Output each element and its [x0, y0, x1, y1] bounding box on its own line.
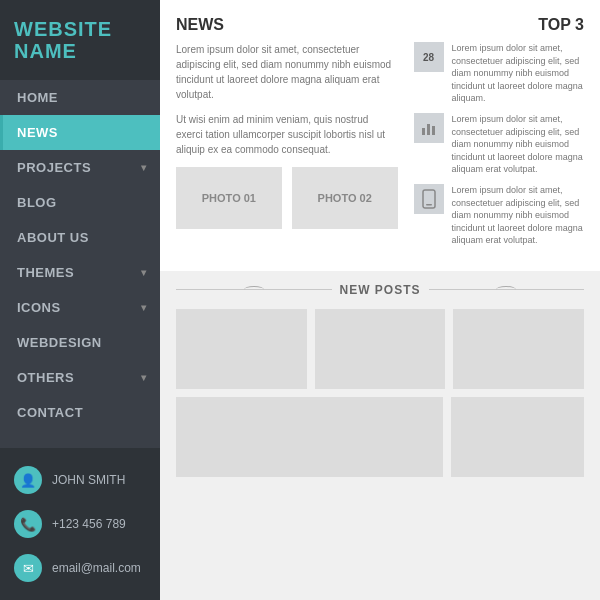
post-box-wide [176, 397, 443, 477]
email-info[interactable]: ✉ email@mail.com [0, 546, 160, 590]
user-name: JOHN SMITH [52, 473, 125, 487]
top3-text-2: Lorem ipsum dolor sit amet, consectetuer… [452, 113, 584, 176]
chevron-icon: ▾ [141, 162, 147, 173]
mobile-icon [414, 184, 444, 214]
chart-icon [414, 113, 444, 143]
news-section: NEWS Lorem ipsum dolor sit amet, consect… [160, 0, 600, 271]
logo-area: WEBSITE NAME [0, 0, 160, 80]
top3-title: TOP 3 [414, 16, 584, 34]
news-sub-body: Ut wisi enim ad minim veniam, quis nostr… [176, 112, 398, 157]
main-content: NEWS Lorem ipsum dolor sit amet, consect… [160, 0, 600, 600]
news-body: Lorem ipsum dolor sit amet, consectetuer… [176, 42, 398, 102]
news-title: NEWS [176, 16, 398, 34]
divider-left [176, 289, 332, 290]
posts-grid-top [176, 309, 584, 389]
user-icon: 👤 [14, 466, 42, 494]
news-left: NEWS Lorem ipsum dolor sit amet, consect… [176, 16, 398, 255]
post-box-3 [453, 309, 584, 389]
chevron-icon: ▾ [141, 267, 147, 278]
photo-row: PHOTO 01 PHOTO 02 [176, 167, 398, 229]
nav-item-themes[interactable]: THEMES ▾ [0, 255, 160, 290]
top3-section: TOP 3 28 Lorem ipsum dolor sit amet, con… [414, 16, 584, 255]
nav-item-about[interactable]: ABOUT US [0, 220, 160, 255]
phone-icon: 📞 [14, 510, 42, 538]
post-box-1 [176, 309, 307, 389]
post-box-2 [315, 309, 446, 389]
email-icon: ✉ [14, 554, 42, 582]
top3-text-3: Lorem ipsum dolor sit amet, consectetuer… [452, 184, 584, 247]
new-posts-header: NEW POSTS [176, 283, 584, 297]
nav-item-contact[interactable]: CONTACT [0, 395, 160, 430]
nav-item-webdesign[interactable]: WEBDESIGN [0, 325, 160, 360]
nav-item-blog[interactable]: BLOG [0, 185, 160, 220]
new-posts-section: NEW POSTS [160, 271, 600, 489]
nav-item-others[interactable]: OTHERS ▾ [0, 360, 160, 395]
top3-text-1: Lorem ipsum dolor sit amet, consectetuer… [452, 42, 584, 105]
nav-item-home[interactable]: HOME [0, 80, 160, 115]
top3-item-2: Lorem ipsum dolor sit amet, consectetuer… [414, 113, 584, 176]
phone-svg [422, 189, 436, 209]
phone-info[interactable]: 📞 +123 456 789 [0, 502, 160, 546]
post-box-narrow [451, 397, 584, 477]
top3-item-3: Lorem ipsum dolor sit amet, consectetuer… [414, 184, 584, 247]
divider-right [429, 289, 585, 290]
phone-number: +123 456 789 [52, 517, 126, 531]
nav-item-icons[interactable]: ICONS ▾ [0, 290, 160, 325]
top3-item-1: 28 Lorem ipsum dolor sit amet, consectet… [414, 42, 584, 105]
bar-chart-svg [421, 120, 437, 136]
photo-box-2: PHOTO 02 [292, 167, 398, 229]
calendar-icon: 28 [414, 42, 444, 72]
chevron-icon: ▾ [141, 372, 147, 383]
nav-menu: HOME NEWS PROJECTS ▾ BLOG ABOUT US THEME… [0, 80, 160, 448]
nav-item-news[interactable]: NEWS [0, 115, 160, 150]
user-info: 👤 JOHN SMITH [0, 458, 160, 502]
logo-text: WEBSITE NAME [14, 18, 146, 62]
chevron-icon: ▾ [141, 302, 147, 313]
svg-rect-0 [422, 128, 425, 135]
svg-rect-1 [427, 124, 430, 135]
nav-item-projects[interactable]: PROJECTS ▾ [0, 150, 160, 185]
new-posts-label: NEW POSTS [340, 283, 421, 297]
sidebar-footer: 👤 JOHN SMITH 📞 +123 456 789 ✉ email@mail… [0, 448, 160, 600]
email-address: email@mail.com [52, 561, 141, 575]
posts-grid-bottom [176, 397, 584, 477]
photo-box-1: PHOTO 01 [176, 167, 282, 229]
sidebar: WEBSITE NAME HOME NEWS PROJECTS ▾ BLOG A… [0, 0, 160, 600]
svg-rect-2 [432, 126, 435, 135]
svg-rect-4 [426, 204, 432, 206]
